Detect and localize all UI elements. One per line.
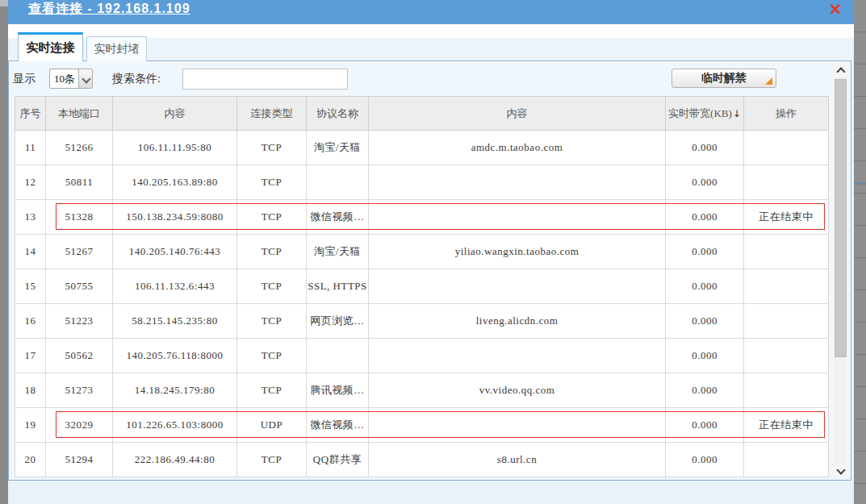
header-content2: 内容 — [369, 97, 666, 131]
connections-panel: 显示 10条 搜索条件: 临时解禁 — [8, 60, 851, 481]
cell-protocol: 腾讯视频… — [307, 373, 369, 408]
tab-realtime-connections[interactable]: 实时连接 — [18, 32, 83, 61]
cell-content: 222.186.49.44:80 — [113, 443, 237, 477]
cell-conn-type: TCP — [237, 200, 307, 235]
cell-no: 14 — [15, 235, 46, 269]
table-row[interactable]: 17 50562 140.205.76.118:8000 TCP 0.000 — [15, 339, 829, 373]
cell-local-port: 51328 — [46, 200, 113, 235]
table-row[interactable]: 20 51294 222.186.49.44:80 TCP QQ群共享 s8.u… — [15, 443, 829, 477]
cell-local-port: 51223 — [46, 304, 113, 339]
cell-action — [744, 269, 829, 304]
cell-action — [744, 339, 829, 373]
cell-protocol — [307, 339, 369, 373]
cell-local-port: 51294 — [46, 443, 113, 477]
cell-content2 — [369, 339, 666, 373]
view-connections-dialog: 查看连接 - 192.168.1.109 × 实时连接 实时封堵 显示 10条 … — [8, 0, 854, 504]
cell-conn-type: TCP — [237, 373, 307, 408]
vertical-scrollbar[interactable] — [835, 63, 847, 478]
pen-icon — [765, 77, 772, 85]
chevron-down-icon[interactable] — [78, 69, 92, 88]
scroll-up-icon[interactable] — [835, 63, 847, 77]
close-icon[interactable]: × — [828, 0, 843, 18]
table-row[interactable]: 15 50755 106.11.132.6:443 TCP SSL, HTTPS… — [15, 269, 829, 304]
cell-local-port: 50562 — [46, 339, 113, 373]
cell-action: 正在结束中 — [744, 200, 829, 235]
cell-no: 17 — [15, 339, 46, 373]
table-row[interactable]: 11 51266 106.11.11.95:80 TCP 淘宝/天猫 amdc.… — [15, 131, 829, 165]
cell-bandwidth: 0.000 — [666, 339, 744, 373]
cell-conn-type: TCP — [237, 304, 307, 339]
cell-bandwidth: 0.000 — [666, 165, 744, 200]
dialog-body: 实时连接 实时封堵 显示 10条 搜索条件: 临时解禁 — [8, 24, 854, 504]
cell-action — [744, 373, 829, 408]
page-size-select[interactable]: 10条 — [49, 69, 93, 89]
cell-content2: yiliao.wangxin.taobao.com — [369, 235, 666, 269]
connections-table: 序号 本地端口 内容 连接类型 协议名称 内容 实时带宽(KB)↓ 操作 11 … — [15, 96, 829, 477]
cell-bandwidth: 0.000 — [666, 443, 744, 477]
header-bandwidth[interactable]: 实时带宽(KB)↓ — [666, 97, 744, 131]
cell-content: 106.11.11.95:80 — [113, 131, 237, 165]
search-input[interactable] — [182, 69, 348, 90]
cell-conn-type: UDP — [237, 408, 307, 443]
cell-protocol: 淘宝/天猫 — [307, 131, 369, 165]
sort-desc-icon: ↓ — [733, 108, 741, 119]
scroll-down-icon[interactable] — [835, 464, 847, 478]
dialog-footer-area — [8, 481, 854, 504]
table-row[interactable]: 16 51223 58.215.145.235:80 TCP 网页浏览… liv… — [15, 304, 829, 339]
display-label: 显示 — [13, 72, 36, 86]
cell-conn-type: TCP — [237, 443, 307, 477]
background-page-left — [0, 0, 8, 504]
cell-conn-type: TCP — [237, 339, 307, 373]
cell-protocol: 淘宝/天猫 — [307, 235, 369, 269]
cell-bandwidth: 0.000 — [666, 304, 744, 339]
temporary-unblock-button[interactable]: 临时解禁 — [671, 69, 776, 88]
connections-tbody: 11 51266 106.11.11.95:80 TCP 淘宝/天猫 amdc.… — [15, 131, 829, 477]
toolbar: 显示 10条 搜索条件: 临时解禁 — [9, 61, 851, 96]
header-no: 序号 — [15, 97, 46, 131]
background-page-right — [854, 0, 866, 504]
cell-content: 106.11.132.6:443 — [113, 269, 237, 304]
header-local-port: 本地端口 — [46, 97, 113, 131]
cell-protocol: QQ群共享 — [307, 443, 369, 477]
cell-action — [744, 235, 829, 269]
cell-local-port: 51267 — [46, 235, 113, 269]
cell-content2: vv.video.qq.com — [369, 373, 666, 408]
cell-no: 15 — [15, 269, 46, 304]
cell-content2: liveng.alicdn.com — [369, 304, 666, 339]
scrollbar-thumb[interactable] — [835, 79, 847, 357]
cell-local-port: 50755 — [46, 269, 113, 304]
temporary-unblock-label: 临时解禁 — [701, 72, 747, 84]
cell-content2: s8.url.cn — [369, 443, 666, 477]
cell-no: 13 — [15, 200, 46, 235]
cell-protocol: 微信视频… — [307, 408, 369, 443]
cell-action: 正在结束中 — [744, 408, 829, 443]
cell-content: 140.205.163.89:80 — [113, 165, 237, 200]
dialog-titlebar: 查看连接 - 192.168.1.109 × — [8, 0, 854, 24]
cell-no: 20 — [15, 443, 46, 477]
table-row[interactable]: 12 50811 140.205.163.89:80 TCP 0.000 — [15, 165, 829, 200]
cell-action — [744, 304, 829, 339]
cell-protocol: SSL, HTTPS — [307, 269, 369, 304]
table-row[interactable]: 18 51273 14.18.245.179:80 TCP 腾讯视频… vv.v… — [15, 373, 829, 408]
cell-protocol: 微信视频… — [307, 200, 369, 235]
cell-content: 140.205.76.118:8000 — [113, 339, 237, 373]
cell-protocol: 网页浏览… — [307, 304, 369, 339]
header-protocol: 协议名称 — [307, 97, 369, 131]
header-conn-type: 连接类型 — [237, 97, 307, 131]
cell-action — [744, 131, 829, 165]
search-label: 搜索条件: — [112, 72, 161, 86]
cell-content: 14.18.245.179:80 — [113, 373, 237, 408]
table-row[interactable]: 19 32029 101.226.65.103:8000 UDP 微信视频… 0… — [15, 408, 829, 443]
cell-no: 11 — [15, 131, 46, 165]
cell-bandwidth: 0.000 — [666, 373, 744, 408]
cell-local-port: 51266 — [46, 131, 113, 165]
cell-bandwidth: 0.000 — [666, 408, 744, 443]
table-row[interactable]: 13 51328 150.138.234.59:8080 TCP 微信视频… 0… — [15, 200, 829, 235]
connections-table-wrap: 序号 本地端口 内容 连接类型 协议名称 内容 实时带宽(KB)↓ 操作 11 … — [15, 96, 828, 477]
table-row[interactable]: 14 51267 140.205.140.76:443 TCP 淘宝/天猫 yi… — [15, 235, 829, 269]
tab-realtime-blocking[interactable]: 实时封堵 — [86, 36, 147, 61]
cell-content2 — [369, 200, 666, 235]
cell-no: 12 — [15, 165, 46, 200]
cell-no: 19 — [15, 408, 46, 443]
header-content: 内容 — [113, 97, 237, 131]
